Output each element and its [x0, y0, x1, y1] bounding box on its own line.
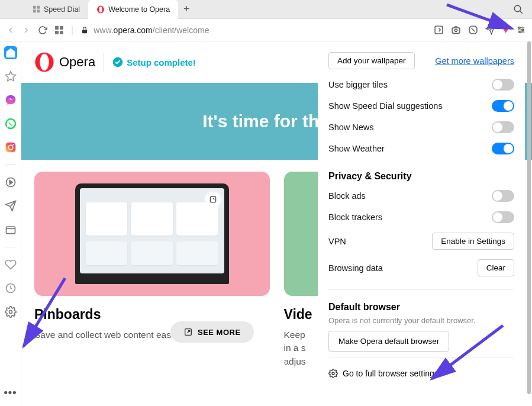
setting-row-block-ads: Block ads [328, 185, 514, 207]
forward-button[interactable] [21, 25, 31, 35]
svg-rect-31 [6, 227, 15, 234]
setting-label: Use bigger tiles [328, 80, 388, 89]
go-to-full-settings-link[interactable]: Go to full browser settings [328, 357, 514, 389]
tab-welcome-to-opera[interactable]: Welcome to Opera [88, 0, 178, 19]
toggle-show-news[interactable] [492, 121, 514, 133]
svg-rect-8 [55, 26, 59, 30]
svg-marker-24 [5, 72, 15, 81]
card-thumb [34, 172, 270, 296]
svg-rect-14 [452, 28, 460, 33]
svg-rect-12 [82, 30, 87, 33]
svg-point-15 [455, 29, 457, 31]
vpn-enable-button[interactable]: Enable in Settings [432, 233, 514, 250]
sidebar-player-icon[interactable] [4, 176, 17, 189]
sidebar-settings-icon[interactable] [4, 305, 17, 318]
add-wallpaper-button[interactable]: Add your wallpaper [328, 52, 415, 69]
sidebar-heart-icon[interactable] [4, 258, 17, 271]
easy-setup-button[interactable] [516, 25, 526, 35]
setting-row-show-weather: Show Weather [328, 138, 514, 159]
gear-icon [328, 369, 338, 378]
svg-rect-26 [5, 143, 15, 153]
snapshot-icon[interactable] [451, 25, 461, 35]
setup-complete-badge: Setup complete! [112, 57, 196, 67]
setting-row-show-news: Show News [328, 117, 514, 138]
svg-rect-11 [60, 31, 63, 34]
sidebar-wallet-icon[interactable] [4, 223, 17, 236]
sidebar-divider [5, 247, 17, 247]
toggle-speed-dial-suggestions[interactable] [492, 100, 514, 112]
send-icon[interactable] [485, 25, 495, 35]
address-bar[interactable]: www.opera.com/client/welcome [80, 25, 427, 35]
svg-point-21 [518, 27, 520, 29]
setting-row-browsing-data: Browsing data Clear [328, 254, 514, 281]
tab-speed-dial[interactable]: Speed Dial [24, 0, 88, 19]
section-privacy-title: Privacy & Security [328, 171, 514, 182]
make-default-button[interactable]: Make Opera default browser [328, 331, 449, 352]
url-text: www.opera.com/client/welcome [93, 25, 209, 35]
left-sidebar: ••• [0, 41, 21, 406]
svg-rect-3 [37, 9, 40, 12]
new-tab-button[interactable]: + [178, 3, 195, 15]
svg-point-28 [12, 144, 14, 145]
svg-point-23 [520, 31, 521, 33]
svg-point-33 [9, 311, 12, 314]
sidebar-messenger-icon[interactable] [4, 94, 17, 107]
reload-button[interactable] [38, 25, 47, 35]
toggle-block-trackers[interactable] [492, 211, 514, 223]
setting-row-speed-dial-suggestions: Show Speed Dial suggestions [328, 95, 514, 117]
card-title: Pinboards [34, 307, 270, 323]
svg-point-35 [40, 54, 49, 70]
svg-rect-1 [37, 6, 40, 9]
sidebar-more-icon[interactable]: ••• [4, 386, 17, 399]
sidebar-flow-icon[interactable] [4, 199, 17, 212]
sidebar-whatsapp-icon[interactable] [4, 117, 17, 130]
svg-point-40 [332, 372, 334, 375]
adblock-icon[interactable] [468, 25, 478, 35]
svg-rect-10 [55, 31, 59, 34]
svg-rect-0 [33, 6, 36, 9]
tabs-search-icon[interactable] [513, 4, 524, 15]
sidebar-instagram-icon[interactable] [4, 141, 17, 154]
brand-label: Opera [59, 54, 95, 70]
setting-label: Browsing data [328, 263, 383, 273]
svg-rect-2 [33, 9, 36, 12]
get-wallpapers-link[interactable]: Get more wallpapers [435, 56, 514, 66]
pin-icon [205, 192, 221, 207]
lock-icon [80, 26, 89, 34]
pinboard-icon[interactable] [434, 25, 444, 35]
svg-rect-13 [435, 26, 443, 34]
clear-data-button[interactable]: Clear [478, 259, 514, 276]
toggle-bigger-tiles[interactable] [492, 79, 514, 91]
setting-label: Show Speed Dial suggestions [328, 101, 443, 111]
svg-line-7 [520, 11, 523, 14]
setting-label: Show News [328, 123, 374, 132]
grid-icon [32, 5, 40, 14]
toggle-show-weather[interactable] [492, 143, 514, 154]
sidebar-divider [5, 165, 17, 165]
easy-setup-panel: Add your wallpaper Get more wallpapers U… [318, 41, 525, 406]
heart-icon[interactable]: ♥ [502, 24, 509, 36]
svg-rect-38 [210, 196, 215, 202]
setting-label: VPN [328, 237, 346, 246]
svg-point-6 [514, 5, 521, 12]
toggle-block-ads[interactable] [492, 190, 514, 202]
tab-label: Speed Dial [44, 5, 80, 14]
see-more-button[interactable]: SEE MORE [170, 321, 254, 343]
sidebar-home-icon[interactable] [4, 46, 17, 59]
extensions-icon[interactable] [54, 25, 64, 35]
setting-row-vpn: VPN Enable in Settings [328, 228, 514, 254]
setting-label: Show Weather [328, 144, 385, 153]
opera-logo: Opera [34, 52, 95, 72]
tab-label: Welcome to Opera [108, 5, 170, 14]
svg-point-22 [522, 29, 524, 31]
setting-label: Block ads [328, 191, 366, 201]
back-button[interactable] [6, 25, 15, 35]
tab-bar: Speed Dial Welcome to Opera + [0, 0, 532, 19]
svg-point-5 [99, 6, 102, 12]
sidebar-history-icon[interactable] [4, 282, 17, 295]
svg-line-17 [472, 28, 475, 32]
svg-marker-30 [9, 181, 12, 185]
card-pinboards: Pinboards SEE MORE Save and collect web … [34, 172, 270, 368]
setting-label: Block trackers [328, 212, 382, 222]
sidebar-bookmarks-icon[interactable] [4, 70, 17, 83]
